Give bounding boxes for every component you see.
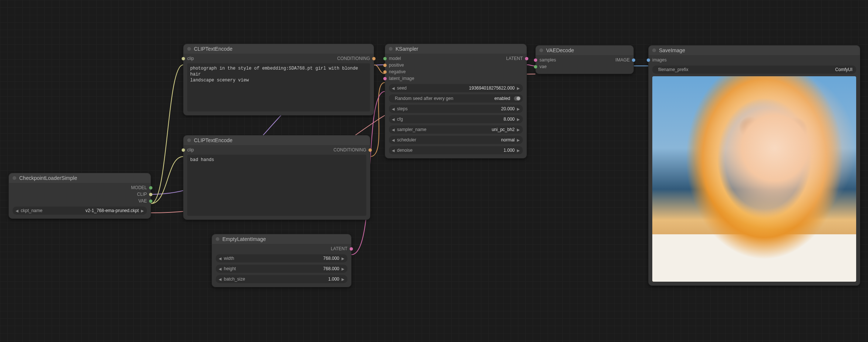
arrow-right-icon[interactable]: ▶ — [341, 277, 345, 281]
widget-label: Random seed after every gen — [395, 96, 453, 101]
arrow-right-icon[interactable]: ▶ — [341, 267, 345, 271]
input-positive: positive — [389, 62, 404, 68]
prompt-textarea[interactable]: photograph in the style of embedding:SDA… — [187, 63, 370, 111]
toggle-icon[interactable] — [514, 96, 521, 101]
port-dot-model-in[interactable] — [383, 57, 387, 60]
arrow-left-icon[interactable]: ◀ — [218, 256, 222, 261]
input-clip: clip — [187, 147, 194, 153]
input-vae: vae — [539, 64, 546, 70]
node-ksampler[interactable]: KSampler model LATENT positive negative … — [385, 44, 527, 158]
widget-value: 20.000 — [411, 106, 515, 111]
node-title[interactable]: VAEDecode — [536, 46, 633, 55]
port-dot-images-in[interactable] — [647, 58, 650, 62]
port-dot-model[interactable] — [149, 186, 152, 190]
port-dot-conditioning-out[interactable] — [372, 57, 376, 60]
width-widget[interactable]: ◀ width 768.000 ▶ — [216, 254, 347, 262]
arrow-left-icon[interactable]: ◀ — [391, 128, 396, 132]
node-empty-latent-image[interactable]: EmptyLatentImage LATENT ◀ width 768.000 … — [212, 234, 351, 287]
arrow-left-icon[interactable]: ◀ — [391, 148, 396, 152]
ckpt-name-widget[interactable]: ◀ ckpt_name v2-1_768-ema-pruned.ckpt ▶ — [13, 207, 147, 215]
widget-label: scheduler — [397, 137, 416, 142]
node-title[interactable]: CheckpointLoaderSimple — [9, 173, 151, 183]
widget-value: 1.000 — [248, 276, 339, 282]
widget-label: filename_prefix — [658, 67, 688, 72]
port-dot-vae-in[interactable] — [534, 65, 537, 68]
output-image-preview[interactable] — [652, 76, 856, 282]
arrow-left-icon[interactable]: ◀ — [15, 209, 19, 213]
steps-widget[interactable]: ◀ steps 20.000 ▶ — [389, 105, 523, 113]
arrow-left-icon[interactable]: ◀ — [218, 267, 222, 271]
port-dot-samples-in[interactable] — [534, 58, 537, 62]
widget-value: uni_pc_bh2 — [429, 127, 515, 132]
arrow-right-icon[interactable]: ▶ — [516, 86, 521, 90]
widget-label: cfg — [397, 117, 403, 122]
arrow-right-icon[interactable]: ▶ — [140, 209, 145, 213]
height-widget[interactable]: ◀ height 768.000 ▶ — [216, 265, 347, 273]
widget-value: 193694018275622.000 — [410, 86, 515, 91]
widget-value: 768.000 — [239, 266, 339, 271]
arrow-left-icon[interactable]: ◀ — [391, 138, 396, 142]
input-clip: clip — [187, 56, 194, 61]
node-clip-text-encode-positive[interactable]: CLIPTextEncode clip CONDITIONING photogr… — [183, 44, 374, 115]
output-vae: VAE — [138, 198, 147, 204]
widget-label: batch_size — [224, 276, 245, 282]
node-vae-decode[interactable]: VAEDecode samples IMAGE vae — [535, 45, 634, 74]
widget-value: enabled — [456, 96, 510, 101]
arrow-right-icon[interactable]: ▶ — [516, 138, 521, 142]
node-title[interactable]: SaveImage — [649, 46, 860, 55]
port-dot-clip-in[interactable] — [182, 148, 185, 152]
node-title[interactable]: CLIPTextEncode — [184, 44, 374, 54]
input-images: images — [652, 57, 667, 63]
widget-label: steps — [397, 106, 408, 111]
output-clip: CLIP — [137, 191, 147, 197]
port-dot-image-out[interactable] — [632, 58, 635, 62]
cfg-widget[interactable]: ◀ cfg 8.000 ▶ — [389, 115, 523, 123]
arrow-left-icon[interactable]: ◀ — [218, 277, 222, 281]
port-dot-negative-in[interactable] — [383, 70, 387, 74]
prompt-textarea[interactable]: bad hands — [187, 155, 366, 216]
node-checkpoint-loader-simple[interactable]: CheckpointLoaderSimple MODEL CLIP VAE ◀ … — [9, 173, 151, 219]
node-title[interactable]: CLIPTextEncode — [184, 135, 370, 145]
widget-label: sampler_name — [397, 127, 426, 132]
arrow-left-icon[interactable]: ◀ — [391, 107, 396, 111]
port-dot-conditioning-out[interactable] — [369, 148, 372, 152]
port-dot-latent-in[interactable] — [383, 77, 387, 80]
arrow-right-icon[interactable]: ▶ — [516, 107, 521, 111]
seed-widget[interactable]: ◀ seed 193694018275622.000 ▶ — [389, 84, 523, 92]
widget-label: ckpt_name — [21, 208, 43, 213]
batch-size-widget[interactable]: ◀ batch_size 1.000 ▶ — [216, 275, 347, 283]
widget-label: width — [224, 256, 234, 261]
node-title[interactable]: EmptyLatentImage — [212, 234, 351, 244]
input-negative: negative — [389, 69, 406, 75]
arrow-right-icon[interactable]: ▶ — [516, 117, 521, 121]
node-title[interactable]: KSampler — [385, 44, 526, 54]
arrow-right-icon[interactable]: ▶ — [341, 256, 345, 261]
input-model: model — [389, 56, 401, 61]
node-save-image[interactable]: SaveImage images filename_prefix ComfyUI — [648, 45, 860, 286]
widget-label: seed — [397, 86, 407, 91]
port-dot-latent-out[interactable] — [525, 57, 528, 60]
sampler-name-widget[interactable]: ◀ sampler_name uni_pc_bh2 ▶ — [389, 125, 523, 134]
arrow-right-icon[interactable]: ▶ — [516, 128, 521, 132]
arrow-left-icon[interactable]: ◀ — [391, 86, 396, 90]
widget-label: denoise — [397, 148, 413, 153]
port-dot-clip[interactable] — [149, 193, 152, 196]
random-seed-toggle[interactable]: Random seed after every gen enabled — [389, 94, 523, 103]
input-latent-image: latent_image — [389, 76, 414, 81]
scheduler-widget[interactable]: ◀ scheduler normal ▶ — [389, 136, 523, 144]
port-dot-positive-in[interactable] — [383, 64, 387, 67]
node-clip-text-encode-negative[interactable]: CLIPTextEncode clip CONDITIONING bad han… — [183, 135, 370, 220]
arrow-left-icon[interactable]: ◀ — [391, 117, 396, 121]
widget-label: height — [224, 266, 236, 271]
filename-prefix-widget[interactable]: filename_prefix ComfyUI — [652, 66, 856, 74]
widget-value: 1.000 — [416, 148, 515, 153]
widget-value: v2-1_768-ema-pruned.ckpt — [46, 208, 139, 213]
arrow-right-icon[interactable]: ▶ — [516, 148, 521, 152]
output-model: MODEL — [131, 185, 147, 191]
output-conditioning: CONDITIONING — [333, 147, 366, 153]
port-dot-vae[interactable] — [149, 200, 152, 203]
input-samples: samples — [539, 57, 556, 63]
denoise-widget[interactable]: ◀ denoise 1.000 ▶ — [389, 146, 523, 154]
port-dot-clip-in[interactable] — [182, 57, 185, 60]
port-dot-latent-out[interactable] — [350, 247, 353, 251]
